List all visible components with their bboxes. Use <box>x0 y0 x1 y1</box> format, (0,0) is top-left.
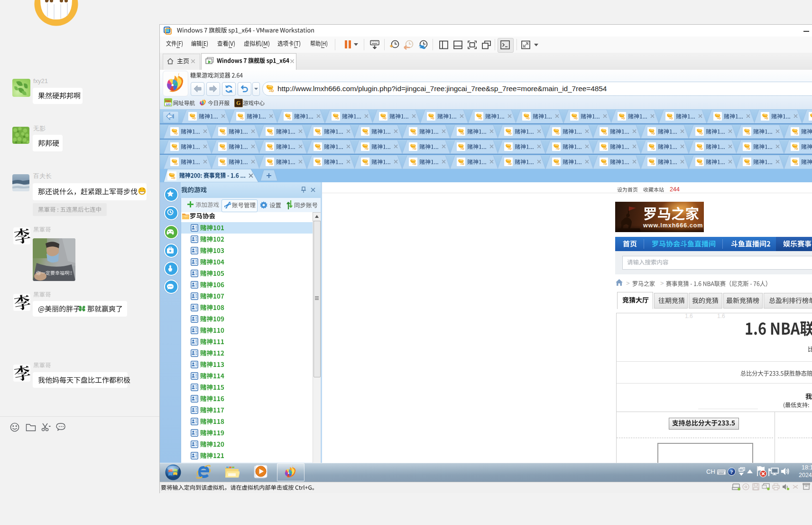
svg-text:123: 123 <box>166 103 171 106</box>
svg-text:hao: hao <box>166 99 171 103</box>
svg-text:?: ? <box>730 469 733 475</box>
